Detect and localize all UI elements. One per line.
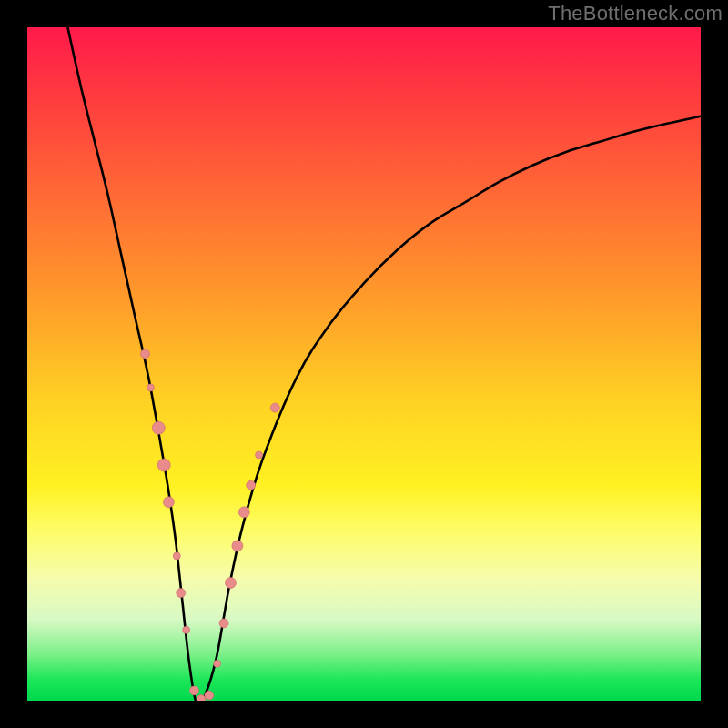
data-marker bbox=[141, 349, 150, 359]
data-marker bbox=[157, 459, 170, 471]
bottleneck-curve-path bbox=[67, 27, 701, 701]
data-marker bbox=[205, 691, 214, 700]
data-marker bbox=[270, 403, 279, 412]
data-marker bbox=[256, 451, 263, 459]
bottleneck-curve-svg bbox=[27, 27, 701, 701]
data-marker bbox=[219, 619, 228, 628]
watermark-text: TheBottleneck.com bbox=[548, 2, 723, 25]
data-marker bbox=[225, 578, 236, 589]
data-marker bbox=[173, 552, 180, 560]
data-marker bbox=[152, 421, 165, 434]
data-marker bbox=[177, 589, 186, 598]
chart-frame: TheBottleneck.com bbox=[0, 0, 728, 728]
data-markers-group bbox=[141, 349, 280, 701]
data-marker bbox=[183, 626, 190, 633]
data-marker bbox=[163, 497, 174, 508]
data-marker bbox=[247, 480, 256, 490]
data-marker bbox=[214, 660, 221, 667]
plot-area bbox=[27, 27, 701, 701]
data-marker bbox=[147, 384, 154, 391]
data-marker bbox=[190, 686, 199, 695]
data-marker bbox=[232, 541, 243, 551]
data-marker bbox=[238, 507, 249, 518]
